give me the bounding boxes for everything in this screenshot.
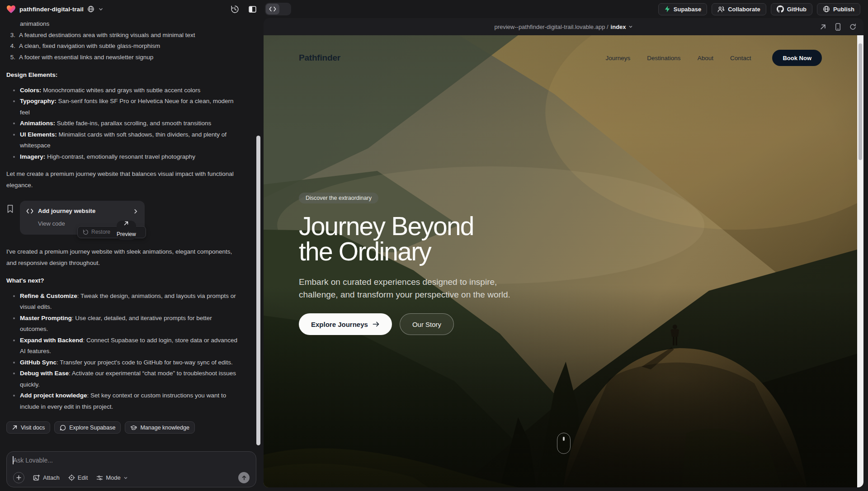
- preview-button[interactable]: Preview: [117, 221, 136, 240]
- list-item: GitHub Sync: Transfer your project's cod…: [6, 357, 238, 368]
- nav-destinations[interactable]: Destinations: [647, 55, 680, 61]
- suggestion-chips: Visit docs Explore Supabase Manage knowl…: [6, 421, 252, 434]
- preview-urlbar: preview--pathfinder-digital-trail.lovabl…: [264, 18, 863, 35]
- visit-docs-button[interactable]: Visit docs: [6, 421, 50, 434]
- topbar-actions: Supabase Collaborate GitHub Publish: [658, 3, 860, 15]
- collaborate-button[interactable]: Collaborate: [712, 3, 766, 15]
- explore-supabase-button[interactable]: Explore Supabase: [54, 421, 121, 434]
- numbered-list: 3.A featured destinations area with stri…: [6, 30, 252, 63]
- arrow-right-icon: [373, 321, 380, 327]
- list-item: Animations: Subtle fade-ins, parallax sc…: [6, 118, 238, 129]
- lovable-heart-icon: [6, 5, 16, 14]
- hero-ctas: Explore Journeys Our Story: [299, 313, 520, 335]
- design-elements-list: Colors: Monochromatic whites and grays w…: [6, 85, 238, 163]
- supabase-bolt-icon: [664, 5, 670, 13]
- chat-bubble-icon: [60, 425, 66, 431]
- preview-actions: [819, 18, 857, 35]
- nav-about[interactable]: About: [698, 55, 713, 61]
- list-item: 5.A footer with essential links and news…: [6, 52, 252, 63]
- view-controls: [230, 0, 291, 18]
- send-button[interactable]: [238, 472, 250, 483]
- preview-scrollbar-track[interactable]: [857, 35, 863, 487]
- arrow-up-right-icon: [12, 425, 18, 430]
- composer-controls: Attach Edit Mode: [13, 472, 250, 483]
- refresh-button[interactable]: [849, 23, 857, 31]
- lovable-app: pathfinder-digital-trail: [0, 0, 868, 491]
- people-icon: [717, 6, 725, 13]
- graduation-cap-icon: [130, 425, 137, 431]
- list-item: 3.A featured destinations area with stri…: [6, 30, 252, 41]
- chat-clipped-line: animations: [20, 19, 252, 30]
- hero-title: Journey Beyondthe Ordinary: [299, 213, 520, 264]
- hero-subtext: Embark on curated experiences designed t…: [299, 276, 520, 301]
- project-name: pathfinder-digital-trail: [19, 6, 84, 13]
- publish-button[interactable]: Publish: [817, 3, 860, 15]
- chevron-down-icon: [123, 476, 128, 480]
- mobile-view-button[interactable]: [834, 22, 842, 32]
- list-item: Typography: San-serif fonts like SF Pro …: [6, 96, 238, 118]
- supabase-button[interactable]: Supabase: [658, 3, 707, 15]
- edit-button[interactable]: Edit: [68, 474, 88, 481]
- chat-messages[interactable]: animations 3.A featured destinations are…: [0, 18, 264, 447]
- artifact-title: Add journey website: [38, 206, 129, 217]
- mode-button[interactable]: Mode: [96, 474, 128, 481]
- list-item: Add project knowledge: Set key context o…: [6, 390, 238, 412]
- text-caret: [13, 456, 14, 464]
- list-item: Refine & Customize: Tweak the design, an…: [6, 291, 238, 313]
- sliders-icon: [96, 475, 103, 481]
- list-item: Imagery: High-contrast, emotionally reso…: [6, 151, 238, 163]
- list-item: UI Elements: Minimalist cards with soft …: [6, 129, 238, 151]
- hero-copy: Discover the extraordinary Journey Beyon…: [299, 193, 520, 335]
- topbar: pathfinder-digital-trail: [0, 0, 868, 18]
- publish-globe-icon: [823, 5, 830, 13]
- restore-preview-pill: Restore Preview: [77, 226, 146, 238]
- preview-panel: preview--pathfinder-digital-trail.lovabl…: [264, 18, 863, 487]
- github-button[interactable]: GitHub: [771, 3, 812, 15]
- image-icon: [33, 474, 40, 481]
- chevron-down-icon[interactable]: [98, 6, 104, 12]
- bookmark-icon[interactable]: [6, 204, 14, 213]
- list-item: Expand with Backend: Connect Supabase to…: [6, 335, 238, 357]
- our-story-button[interactable]: Our Story: [400, 313, 454, 335]
- whats-next-heading: What's next?: [6, 275, 252, 287]
- nav-contact[interactable]: Contact: [730, 55, 751, 61]
- site-hero: Pathfinder Journeys Destinations About C…: [264, 35, 863, 487]
- assistant-paragraph: I've created a premium journey website w…: [6, 246, 241, 269]
- list-item: Debug with Ease: Activate our experiment…: [6, 368, 238, 390]
- open-external-button[interactable]: [819, 23, 827, 31]
- add-button[interactable]: [13, 472, 24, 483]
- manage-knowledge-button[interactable]: Manage knowledge: [125, 421, 194, 434]
- whats-next-list: Refine & Customize: Tweak the design, an…: [6, 291, 238, 413]
- composer: Attach Edit Mode: [6, 451, 256, 487]
- artifact-block: Add journey website View code Restore: [6, 201, 252, 235]
- assistant-paragraph: Let me create a premium journey website …: [6, 169, 241, 191]
- design-elements-heading: Design Elements:: [6, 70, 252, 81]
- panel-layout-button[interactable]: [247, 4, 258, 14]
- site-logo[interactable]: Pathfinder: [299, 53, 340, 63]
- list-item: 4.A clean, fixed navigation with subtle …: [6, 41, 252, 52]
- project-menu[interactable]: pathfinder-digital-trail: [6, 5, 104, 14]
- book-now-button[interactable]: Book Now: [772, 50, 822, 66]
- chat-panel: animations 3.A featured destinations are…: [0, 18, 264, 491]
- preview-url[interactable]: preview--pathfinder-digital-trail.lovabl…: [494, 24, 632, 30]
- history-button[interactable]: [230, 4, 240, 14]
- target-icon: [68, 474, 75, 481]
- site-nav: Journeys Destinations About Contact Book…: [606, 50, 822, 66]
- attach-button[interactable]: Attach: [33, 474, 60, 481]
- code-preview-toggle[interactable]: [265, 3, 291, 15]
- artifact-card[interactable]: Add journey website View code Restore: [20, 201, 145, 235]
- chevron-right-icon: [133, 209, 138, 214]
- restore-button[interactable]: Restore: [83, 227, 110, 238]
- preview-scrollbar-thumb[interactable]: [859, 43, 862, 160]
- plus-icon: [13, 472, 24, 483]
- chat-scrollbar[interactable]: [256, 136, 260, 445]
- list-item: Colors: Monochromatic whites and grays w…: [6, 85, 238, 96]
- list-item: Master Prompting: Use clear, detailed, a…: [6, 313, 238, 335]
- code-icon: [26, 208, 33, 214]
- site-header: Pathfinder Journeys Destinations About C…: [264, 35, 857, 80]
- nav-journeys[interactable]: Journeys: [606, 55, 631, 61]
- hero-badge: Discover the extraordinary: [299, 193, 378, 203]
- ask-lovable-input[interactable]: [13, 457, 250, 464]
- scroll-indicator: [557, 433, 571, 454]
- explore-journeys-button[interactable]: Explore Journeys: [299, 313, 392, 335]
